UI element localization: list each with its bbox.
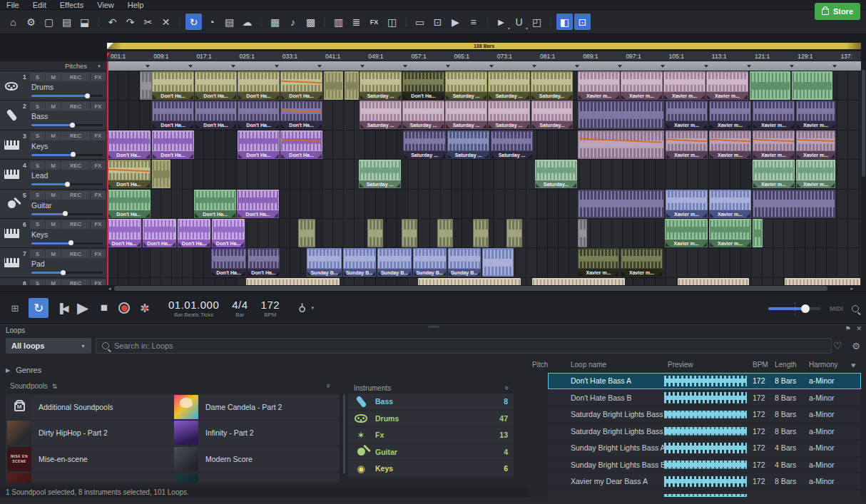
- track-volume-slider[interactable]: [31, 242, 103, 245]
- track-fx-button[interactable]: FX: [91, 73, 106, 81]
- track-solo-button[interactable]: S: [30, 250, 45, 258]
- loop-preview-waveform[interactable]: [664, 476, 747, 488]
- audio-clip[interactable]: [506, 219, 522, 247]
- grid-dropdown-icon[interactable]: [231, 65, 235, 68]
- grid-dropdown-icon[interactable]: [146, 65, 150, 68]
- audio-clip-dontha[interactable]: Don't Ha...: [238, 130, 280, 159]
- cursor-tool-icon[interactable]: ►: [493, 14, 509, 30]
- audio-clip[interactable]: [246, 278, 340, 285]
- instrument-filter-fx[interactable]: ✶Fx13: [348, 427, 514, 443]
- arrangement-grid-header[interactable]: [107, 61, 861, 71]
- grid-dropdown-icon[interactable]: [403, 65, 407, 68]
- track-mute-button[interactable]: M: [46, 132, 61, 140]
- track-fx-button[interactable]: FX: [91, 102, 106, 110]
- column-header-preview[interactable]: Preview: [668, 361, 693, 369]
- grid-dropdown-icon[interactable]: [489, 65, 494, 68]
- grid-dropdown-icon[interactable]: [532, 65, 536, 68]
- track-record-button[interactable]: REC: [61, 250, 90, 258]
- soundpool-item[interactable]: [6, 473, 173, 483]
- scrollbar-thumb[interactable]: [114, 286, 827, 291]
- track-volume-slider[interactable]: [31, 95, 103, 97]
- vertical-scrollbar[interactable]: [861, 61, 866, 285]
- new-object-button[interactable]: ⊞: [6, 303, 24, 314]
- audio-clip-saturday[interactable]: Saturday...: [531, 101, 573, 129]
- slider-knob[interactable]: [71, 152, 76, 157]
- loop-mode-icon[interactable]: ↻: [185, 14, 202, 30]
- track-fx-button[interactable]: FX: [91, 279, 106, 285]
- panel-drag-handle[interactable]: [428, 326, 439, 328]
- save-icon[interactable]: ⬓: [76, 14, 93, 30]
- column-header-harmony[interactable]: Harmony: [809, 361, 838, 369]
- soundpool-item[interactable]: Modern Score: [173, 446, 340, 472]
- track-volume-slider[interactable]: [31, 272, 103, 274]
- settings-icon[interactable]: ⚙: [23, 14, 39, 30]
- audio-clip[interactable]: [367, 219, 383, 247]
- object-list-icon[interactable]: ≡: [465, 14, 482, 30]
- metronome-button[interactable]: ✱: [134, 302, 156, 315]
- audio-clip-xavierm[interactable]: Xavier m...: [578, 71, 620, 100]
- audio-meter-icon[interactable]: ◫: [384, 14, 400, 30]
- track-fx-button[interactable]: FX: [91, 132, 106, 140]
- audio-clip-dontha[interactable]: Don't Ha...: [143, 219, 176, 247]
- piano-roll-icon[interactable]: ▥: [330, 14, 347, 30]
- redo-icon[interactable]: ↷: [122, 14, 138, 30]
- audio-clip-saturday[interactable]: Saturday...: [531, 71, 573, 100]
- audio-clip-dontha[interactable]: Don't Ha...: [152, 101, 194, 129]
- undo-icon[interactable]: ↶: [104, 14, 121, 30]
- audio-clip[interactable]: [298, 219, 315, 247]
- audio-clip-xavierm[interactable]: Xavier m...: [663, 71, 705, 100]
- slider-knob[interactable]: [801, 304, 810, 313]
- track-volume-slider[interactable]: [31, 124, 103, 126]
- sort-icon[interactable]: ⇅: [52, 383, 58, 390]
- bpm-display[interactable]: 172 BPM: [261, 299, 280, 318]
- track-volume-slider[interactable]: [31, 213, 103, 215]
- grid-dropdown-icon[interactable]: [275, 65, 279, 68]
- audio-clip-saturday[interactable]: Saturday ...: [491, 130, 533, 159]
- audio-clip[interactable]: [324, 71, 343, 100]
- track-solo-button[interactable]: S: [30, 102, 45, 110]
- column-header-pitch[interactable]: Pitch: [532, 361, 548, 369]
- menu-edit[interactable]: Edit: [33, 1, 46, 9]
- audio-clip-dontha[interactable]: Don't Ha...: [107, 190, 151, 218]
- instruments-collapse-icon[interactable]: »: [503, 386, 511, 390]
- audio-clip-xavierm[interactable]: Xavier m...: [796, 130, 835, 159]
- genres-section-toggle[interactable]: ▶ Genres: [6, 366, 41, 374]
- master-volume-slider[interactable]: [768, 307, 821, 310]
- open-project-icon[interactable]: ▤: [58, 14, 75, 30]
- audio-clip-dontha[interactable]: Don't Ha...: [195, 71, 237, 100]
- track-solo-button[interactable]: S: [30, 161, 45, 170]
- audio-clip-dontha[interactable]: Don't Ha...: [152, 71, 194, 100]
- monitor-icon[interactable]: ▭: [412, 14, 428, 30]
- audio-clip-xavierm[interactable]: Xavier m...: [621, 248, 663, 277]
- preview-icon[interactable]: ⊡: [429, 14, 446, 30]
- column-header-loop-name[interactable]: Loop name: [571, 361, 606, 369]
- track-solo-button[interactable]: S: [30, 73, 45, 81]
- mixer-icon[interactable]: ≣: [348, 14, 365, 30]
- audio-clip-saturday[interactable]: Saturday ...: [488, 71, 530, 100]
- grid-dropdown-icon[interactable]: [704, 65, 708, 68]
- chevron-down-icon[interactable]: ▾: [526, 26, 528, 34]
- column-header-favorite-icon[interactable]: ♥: [851, 361, 856, 369]
- audio-clip-sundayb[interactable]: Sunday B...: [377, 248, 412, 277]
- record-button[interactable]: [114, 302, 134, 314]
- track-mute-button[interactable]: M: [46, 279, 61, 285]
- audio-clip[interactable]: [753, 219, 763, 247]
- audio-clip-dontha[interactable]: Don't Ha...: [194, 190, 236, 218]
- audio-clip-xavierm[interactable]: Xavier m...: [666, 190, 708, 218]
- audio-clip-dontha[interactable]: Don't Ha...: [237, 190, 279, 218]
- grid-dropdown-icon[interactable]: [575, 65, 579, 68]
- loop-playback-button[interactable]: ↻: [29, 298, 49, 318]
- close-panel-icon[interactable]: ✕: [856, 325, 862, 332]
- audio-clip[interactable]: [578, 219, 587, 247]
- menu-effects[interactable]: Effects: [60, 1, 83, 9]
- track-mute-button[interactable]: M: [46, 191, 61, 200]
- audio-clip-xavierm[interactable]: Xavier m...: [753, 160, 795, 188]
- menu-help[interactable]: Help: [128, 1, 144, 9]
- audio-clip-dontha[interactable]: Don't Ha...: [195, 101, 237, 129]
- audio-clip[interactable]: [785, 278, 860, 285]
- chevron-down-icon[interactable]: ▾: [508, 26, 510, 34]
- track-fx-button[interactable]: FX: [91, 220, 106, 229]
- audio-clip[interactable]: [437, 219, 453, 247]
- audio-clip-saturday[interactable]: Saturday ...: [359, 160, 401, 188]
- track-record-button[interactable]: REC: [61, 73, 90, 81]
